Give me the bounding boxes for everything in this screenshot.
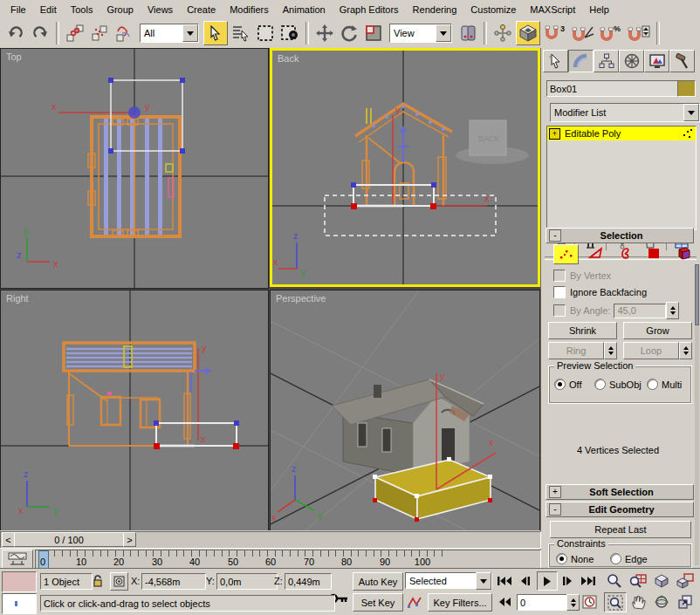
viewport-right[interactable]: Right y x: [0, 290, 269, 531]
absolute-mode-transform-button[interactable]: [110, 572, 128, 591]
menu-animation[interactable]: Animation: [276, 3, 333, 17]
reference-coordinate-system-combo[interactable]: View: [389, 24, 452, 43]
constraint-edge-radio[interactable]: [610, 553, 621, 564]
snaps-toggle-button[interactable]: [516, 21, 540, 45]
menu-maxscript[interactable]: MAXScript: [523, 3, 582, 17]
object-color-swatch[interactable]: [677, 80, 696, 97]
stack-item-editable-poly[interactable]: + Editable Poly: [547, 126, 696, 140]
redo-icon[interactable]: [29, 22, 51, 44]
selection-filter-combo[interactable]: All: [140, 24, 199, 43]
spinner-snap-toggle-icon[interactable]: [626, 22, 652, 44]
key-filter-scope-combo[interactable]: Selected: [405, 572, 492, 589]
preview-off-radio-row[interactable]: Off: [554, 379, 581, 390]
element-subobject-button[interactable]: [670, 244, 694, 263]
time-configuration-button[interactable]: [580, 593, 599, 610]
maxscript-mini-listener[interactable]: [2, 593, 37, 614]
angle-snap-toggle-icon[interactable]: [570, 22, 596, 44]
macro-recorder-pane[interactable]: [2, 571, 37, 592]
z-coord-field[interactable]: 0,449m: [285, 573, 332, 590]
bind-to-space-warp-icon[interactable]: [113, 22, 135, 44]
menu-edit[interactable]: Edit: [33, 3, 64, 17]
menu-modifiers[interactable]: Modifiers: [223, 3, 276, 17]
by-vertex-checkbox[interactable]: [553, 270, 566, 282]
by-angle-spinner[interactable]: [666, 302, 679, 319]
zoom-extents-all-icon[interactable]: [675, 571, 696, 590]
menu-rendering[interactable]: Rendering: [406, 3, 464, 17]
collapse-icon[interactable]: -: [549, 229, 561, 242]
use-pivot-point-center-icon[interactable]: [456, 22, 479, 44]
arc-rotate-icon[interactable]: [651, 592, 672, 611]
menu-create[interactable]: Create: [180, 3, 223, 17]
soft-selection-rollout-header[interactable]: + Soft Selection: [546, 484, 694, 500]
time-slider-handle[interactable]: 0 / 100: [14, 532, 124, 547]
vertex-subobject-button-active[interactable]: [553, 244, 579, 264]
ignore-backfacing-checkbox[interactable]: [553, 286, 566, 298]
zoom-all-icon[interactable]: [628, 571, 649, 590]
viewport-top-label[interactable]: Top: [6, 51, 22, 62]
go-to-end-button[interactable]: [579, 572, 598, 589]
grow-button[interactable]: Grow: [623, 322, 692, 339]
menu-graph-editors[interactable]: Graph Editors: [333, 3, 406, 17]
tab-motion[interactable]: [619, 50, 644, 72]
modifier-list-dropdown-arrow[interactable]: [683, 104, 699, 121]
zoom-tool-icon[interactable]: [604, 571, 625, 590]
menu-customize[interactable]: Customize: [463, 3, 523, 17]
current-frame-field[interactable]: 0: [517, 594, 573, 611]
rollout-scrollbar-thumb[interactable]: [695, 264, 699, 325]
border-subobject-button[interactable]: [613, 244, 636, 263]
undo-icon[interactable]: [4, 22, 27, 44]
object-name-field[interactable]: Box01: [546, 80, 678, 97]
viewport-perspective[interactable]: Perspective y x: [270, 290, 540, 531]
loop-spinner[interactable]: [679, 342, 692, 359]
tab-hierarchy[interactable]: [594, 50, 619, 72]
key-filter-scope-arrow[interactable]: [476, 572, 491, 590]
select-object-button[interactable]: [203, 21, 228, 45]
x-coord-field[interactable]: -4,568m: [141, 573, 206, 590]
tab-create[interactable]: [543, 50, 568, 72]
preview-multi-radio-row[interactable]: Multi: [647, 379, 682, 390]
menu-group[interactable]: Group: [100, 3, 141, 17]
min-max-toggle-icon[interactable]: [675, 592, 696, 611]
viewport-perspective-label[interactable]: Perspective: [276, 293, 326, 304]
shrink-button[interactable]: Shrink: [548, 322, 617, 339]
edit-geometry-rollout-header[interactable]: - Edit Geometry: [546, 502, 694, 517]
constraint-none-radio[interactable]: [556, 553, 567, 564]
coord-system-dropdown-arrow[interactable]: [436, 24, 451, 42]
viewport-top[interactable]: Top x y y z x: [0, 48, 269, 289]
time-slider-prev-button[interactable]: <: [2, 532, 15, 547]
key-mode-toggle-button[interactable]: [495, 593, 514, 610]
edge-subobject-button[interactable]: [584, 244, 607, 263]
repeat-last-button[interactable]: Repeat Last: [550, 521, 691, 538]
constraint-none-radio-row[interactable]: None: [556, 553, 594, 564]
select-and-move-icon[interactable]: [313, 22, 336, 44]
stack-expand-icon[interactable]: +: [549, 128, 560, 140]
modifier-list-combo[interactable]: Modifier List: [550, 103, 700, 122]
set-key-button[interactable]: Set Key: [353, 593, 403, 612]
expand-icon[interactable]: +: [549, 486, 561, 498]
unlink-selection-icon[interactable]: [88, 22, 111, 44]
by-angle-checkbox[interactable]: [553, 304, 566, 317]
polygon-subobject-button[interactable]: [642, 244, 665, 263]
track-bar-ruler[interactable]: 0 10 20 30 40 50 60 70 80 90 100: [35, 550, 541, 570]
selection-lock-icon[interactable]: [89, 572, 106, 590]
constraint-edge-radio-row[interactable]: Edge: [610, 553, 648, 564]
select-by-name-icon[interactable]: [230, 22, 252, 44]
zoom-extents-icon[interactable]: [651, 571, 672, 590]
window-crossing-toggle-icon[interactable]: [278, 22, 301, 44]
selection-rollout-header[interactable]: - Selection: [546, 228, 694, 243]
loop-button[interactable]: Loop: [623, 342, 679, 359]
zoom-region-icon[interactable]: [604, 592, 627, 612]
rollout-scrollbar[interactable]: [695, 264, 699, 565]
select-and-manipulate-icon[interactable]: [491, 22, 514, 44]
auto-key-button[interactable]: Auto Key: [353, 572, 403, 591]
ring-button[interactable]: Ring: [548, 342, 604, 359]
y-coord-field[interactable]: 0,0m: [216, 573, 278, 590]
select-and-rotate-icon[interactable]: [338, 22, 360, 44]
next-frame-button[interactable]: [558, 572, 577, 589]
menu-tools[interactable]: Tools: [64, 3, 100, 17]
select-and-scale-icon[interactable]: [362, 22, 385, 44]
viewport-right-label[interactable]: Right: [6, 293, 29, 304]
set-key-filters-curve-icon[interactable]: [405, 593, 424, 610]
time-slider-next-button[interactable]: >: [123, 532, 136, 547]
viewport-back-active[interactable]: Back BACK y x: [270, 48, 540, 287]
